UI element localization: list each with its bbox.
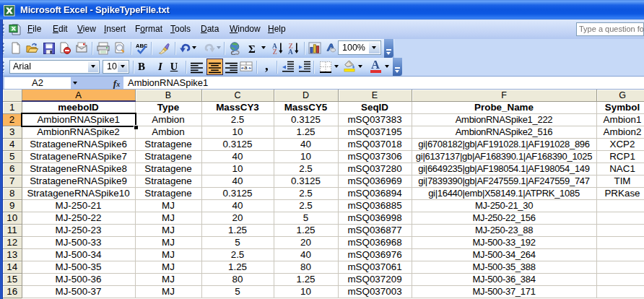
svg-text:Z: Z	[272, 48, 277, 55]
svg-text:A: A	[288, 48, 293, 55]
svg-text:ABC: ABC	[136, 43, 148, 49]
svg-text:Σ: Σ	[248, 43, 256, 55]
